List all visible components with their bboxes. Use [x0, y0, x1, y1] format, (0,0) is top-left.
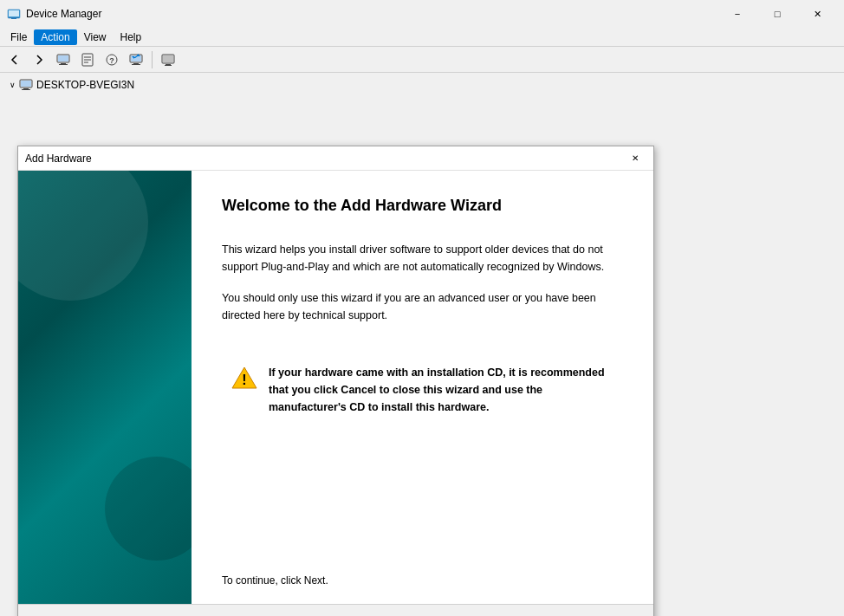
title-bar: Device Manager − □ ✕	[0, 0, 844, 28]
toolbar-separator	[152, 51, 153, 68]
svg-rect-23	[165, 65, 172, 66]
toolbar-monitor-button[interactable]	[157, 49, 179, 70]
tree-root[interactable]: ∨ DESKTOP-BVEGI3N	[3, 76, 841, 94]
svg-rect-7	[59, 64, 68, 65]
wizard-content-area: Welcome to the Add Hardware Wizard This …	[18, 171, 653, 604]
wizard-title-text: Add Hardware	[25, 152, 624, 165]
wizard-body: Welcome to the Add Hardware Wizard This …	[18, 171, 653, 616]
svg-rect-22	[166, 64, 171, 65]
svg-rect-1	[9, 10, 19, 16]
toolbar-help-button[interactable]: ?	[101, 49, 123, 70]
svg-rect-21	[163, 55, 173, 62]
window-controls: − □ ✕	[717, 0, 837, 28]
tree-root-label: DESKTOP-BVEGI3N	[36, 79, 134, 91]
menu-action[interactable]: Action	[34, 29, 76, 45]
svg-text:?: ?	[109, 56, 114, 65]
wizard-main-panel: Welcome to the Add Hardware Wizard This …	[192, 171, 653, 604]
app-icon	[7, 7, 21, 21]
wizard-buttons-area: < Back Next > Cancel	[18, 604, 653, 616]
svg-text:!: !	[242, 373, 246, 387]
tree-expand-icon[interactable]: ∨	[7, 80, 17, 90]
toolbar-properties-button[interactable]	[76, 49, 99, 70]
menu-view[interactable]: View	[77, 29, 114, 45]
wizard-title-bar: Add Hardware ✕	[18, 146, 653, 171]
svg-rect-2	[9, 17, 19, 18]
wizard-warning-text: If your hardware came with an installati…	[269, 364, 614, 416]
wizard-heading: Welcome to the Add Hardware Wizard	[222, 197, 623, 215]
toolbar: ?	[0, 47, 844, 73]
wizard-sidebar	[18, 171, 192, 604]
svg-rect-6	[61, 63, 66, 64]
toolbar-computer-button[interactable]	[52, 49, 75, 70]
wizard-description-1: This wizard helps you install driver sof…	[222, 241, 623, 276]
maximize-button[interactable]: □	[757, 0, 797, 28]
menu-file[interactable]: File	[3, 29, 34, 45]
wizard-footer-text: To continue, click Next.	[222, 557, 623, 587]
toolbar-back-button[interactable]	[3, 49, 26, 70]
wizard-warning-box: ! If your hardware came with an installa…	[222, 364, 623, 416]
svg-rect-16	[133, 63, 139, 64]
svg-rect-27	[22, 89, 30, 90]
svg-rect-25	[21, 81, 31, 87]
svg-rect-17	[132, 64, 140, 65]
wizard-dialog: Add Hardware ✕ Welcome to the Add Hardwa…	[17, 146, 654, 616]
toolbar-forward-button[interactable]	[28, 49, 50, 70]
warning-icon: !	[230, 366, 258, 390]
svg-rect-5	[58, 55, 68, 62]
wizard-close-button[interactable]: ✕	[624, 150, 646, 167]
wizard-description-2: You should only use this wizard if you a…	[222, 289, 623, 324]
menu-help[interactable]: Help	[114, 29, 149, 45]
minimize-button[interactable]: −	[717, 0, 757, 28]
close-button[interactable]: ✕	[797, 0, 837, 28]
menu-bar: File Action View Help	[0, 28, 844, 47]
window-title: Device Manager	[26, 8, 717, 20]
toolbar-update-button[interactable]	[125, 49, 147, 70]
computer-tree-icon	[19, 78, 33, 92]
main-area: ∨ DESKTOP-BVEGI3N Add Hardware ✕ Welcome…	[0, 73, 844, 616]
svg-rect-26	[23, 88, 29, 89]
svg-rect-3	[11, 18, 16, 19]
